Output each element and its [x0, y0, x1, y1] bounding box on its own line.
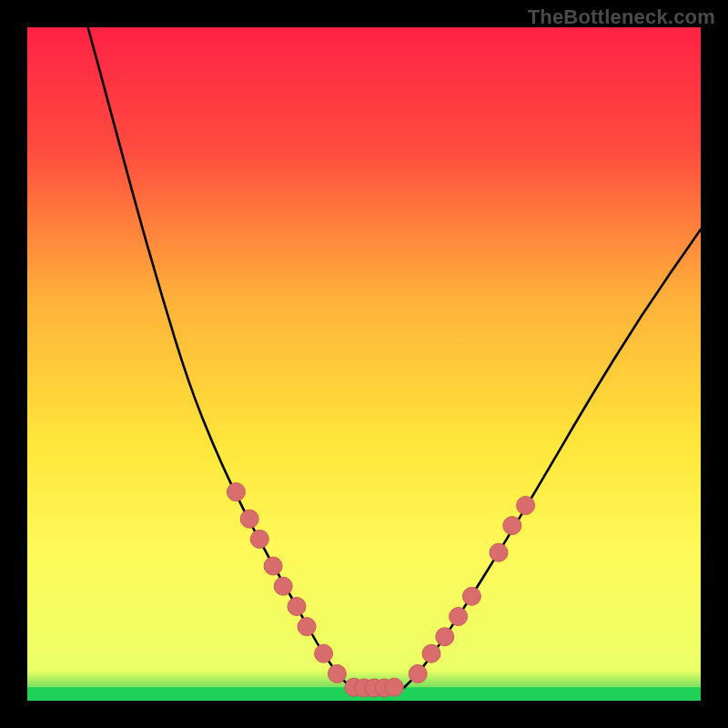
marker-point: [328, 664, 346, 682]
marker-point: [503, 517, 521, 535]
marker-point: [385, 678, 403, 696]
marker-point: [422, 644, 440, 662]
bottleneck-chart: [27, 27, 701, 701]
marker-point: [227, 483, 245, 501]
marker-point: [264, 557, 282, 575]
marker-point: [298, 618, 316, 636]
app-frame: TheBottleneck.com: [0, 0, 728, 728]
marker-point: [240, 510, 258, 528]
marker-point: [409, 664, 427, 682]
marker-point: [450, 608, 468, 626]
marker-point: [274, 577, 292, 595]
gradient-background: [27, 27, 701, 701]
watermark-text: TheBottleneck.com: [528, 5, 715, 29]
marker-point: [462, 587, 480, 605]
marker-point: [250, 530, 268, 548]
marker-point: [490, 543, 508, 561]
marker-point: [517, 496, 535, 514]
marker-point: [315, 644, 333, 662]
marker-point: [288, 597, 306, 615]
marker-point: [436, 628, 454, 646]
